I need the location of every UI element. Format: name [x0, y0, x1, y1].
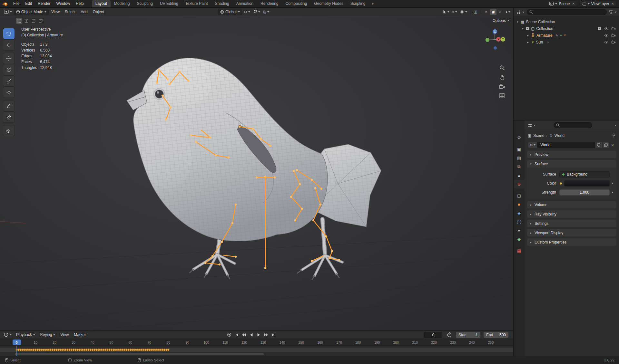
timeline-menu-item[interactable]: Marker: [71, 331, 88, 339]
hide-eye-icon[interactable]: [604, 41, 609, 44]
viewport-menu-item[interactable]: View: [49, 8, 62, 16]
xray-toggle-button[interactable]: ◫: [472, 9, 479, 15]
menubar-item[interactable]: Window: [53, 0, 73, 7]
viewport-canvas[interactable]: Options User Perspective (0) Collection …: [0, 16, 513, 330]
breadcrumb-scene[interactable]: Scene: [533, 133, 544, 138]
gizmos-toggle-button[interactable]: ⌖: [451, 9, 458, 15]
hide-eye-icon[interactable]: [604, 34, 609, 37]
axis-z-neg-ball[interactable]: [494, 46, 497, 50]
frame-end-field[interactable]: End 500: [484, 332, 508, 338]
add-cube-tool[interactable]: [3, 125, 15, 136]
animate-dot-icon[interactable]: [612, 192, 613, 193]
properties-tab[interactable]: ⧉: [514, 162, 525, 171]
transform-tool[interactable]: [3, 87, 15, 98]
expand-arrow-icon[interactable]: ▾: [521, 27, 524, 30]
timeline-scrollbar[interactable]: [15, 353, 264, 355]
outliner-row-armature[interactable]: ▸ Armature ↳ ✦ ▼: [514, 32, 619, 39]
select-mode-invert-button[interactable]: [37, 18, 44, 24]
surface-panel-header[interactable]: ▾ Surface: [527, 160, 616, 168]
transform-orientation-selector[interactable]: Global: [218, 9, 242, 15]
scale-tool[interactable]: [3, 76, 15, 86]
expand-arrow-icon[interactable]: ▸: [526, 41, 529, 44]
select-mode-new-button[interactable]: [16, 18, 22, 24]
bird-model[interactable]: [127, 58, 381, 280]
surface-shader-field[interactable]: Background: [559, 171, 610, 177]
workspace-tab[interactable]: Sculpting: [133, 0, 156, 7]
shading-rendered-button[interactable]: ◑: [504, 9, 511, 15]
properties-tab[interactable]: ⚙: [514, 133, 525, 142]
timeline-menu-item[interactable]: Playback: [14, 331, 38, 339]
menubar-item[interactable]: File: [10, 0, 22, 7]
previous-keyframe-button[interactable]: [241, 331, 247, 338]
disable-render-camera-icon[interactable]: [611, 40, 616, 44]
workspace-tab[interactable]: Animation: [233, 0, 257, 7]
workspace-tab[interactable]: Modeling: [111, 0, 133, 7]
timeline-ruler[interactable]: 0102030405060708090100110120130140150160…: [0, 339, 513, 346]
timeline-editor-type-button[interactable]: [2, 331, 14, 338]
properties-tab[interactable]: ▤: [514, 154, 525, 162]
chevron-down-icon[interactable]: [615, 12, 617, 13]
viewport-menu-item[interactable]: Add: [78, 8, 90, 16]
new-copy-button[interactable]: [602, 142, 609, 148]
add-workspace-button[interactable]: +: [369, 2, 377, 6]
world-name-field[interactable]: World: [537, 142, 595, 148]
workspace-tab[interactable]: Scripting: [347, 0, 369, 7]
properties-panel-header[interactable]: ▸ Viewport Display: [527, 229, 616, 236]
cursor-tool[interactable]: [3, 40, 15, 50]
breadcrumb-world[interactable]: World: [555, 133, 565, 138]
measure-tool[interactable]: [3, 112, 15, 122]
properties-editor-type-button[interactable]: [527, 122, 536, 129]
pivot-point-button[interactable]: ⊙: [243, 9, 251, 15]
auto-keying-record-button[interactable]: [226, 331, 232, 338]
workspace-tab[interactable]: Compositing: [282, 0, 310, 7]
disable-render-camera-icon[interactable]: [611, 34, 616, 37]
snap-toggle-button[interactable]: [252, 9, 261, 15]
playhead-line[interactable]: [16, 346, 17, 356]
jump-to-start-button[interactable]: [233, 331, 240, 338]
chevron-down-icon[interactable]: [614, 125, 616, 126]
properties-tab[interactable]: ■: [514, 200, 525, 209]
box-select-tool[interactable]: [3, 28, 15, 39]
pin-icon[interactable]: [612, 133, 616, 138]
properties-panel-header[interactable]: ▸ Ray Visibility: [527, 210, 616, 218]
shading-wireframe-button[interactable]: ○: [483, 9, 489, 15]
world-color-swatch[interactable]: [564, 180, 610, 187]
jump-to-end-button[interactable]: [270, 331, 277, 338]
preview-panel-header[interactable]: ▸ Preview: [527, 151, 616, 158]
select-mode-subtract-button[interactable]: [30, 18, 36, 24]
browse-world-button[interactable]: ⊕: [528, 142, 537, 148]
auto-keyframe-icon[interactable]: [447, 332, 452, 337]
rotate-tool[interactable]: [3, 64, 15, 75]
unlink-world-button[interactable]: ✕: [609, 142, 616, 148]
properties-search-input[interactable]: [554, 122, 592, 128]
editor-type-button[interactable]: [2, 9, 14, 15]
move-tool[interactable]: [3, 53, 15, 64]
overlays-toggle-button[interactable]: [459, 9, 468, 15]
timeline-menu-item[interactable]: Keying: [38, 331, 58, 339]
properties-tab[interactable]: ◈: [514, 209, 525, 217]
next-keyframe-button[interactable]: [263, 331, 270, 338]
pan-hand-icon[interactable]: [499, 75, 505, 80]
properties-tab[interactable]: ◆: [514, 235, 525, 244]
properties-panel-header[interactable]: ▸ Custom Properties: [527, 238, 616, 246]
blender-logo-icon[interactable]: [0, 2, 10, 6]
hide-eye-icon[interactable]: [604, 27, 609, 30]
viewport-menu-item[interactable]: Select: [62, 8, 78, 16]
annotate-tool[interactable]: [3, 101, 15, 111]
play-reverse-button[interactable]: [248, 331, 255, 338]
menubar-item[interactable]: Help: [73, 0, 87, 7]
strength-slider[interactable]: 1.000: [559, 189, 610, 196]
options-dropdown[interactable]: Options: [493, 18, 509, 23]
properties-panel-header[interactable]: ▸ Settings: [527, 220, 616, 227]
outliner-search-input[interactable]: [527, 9, 607, 15]
properties-tab[interactable]: ▦: [514, 246, 525, 255]
shading-material-button[interactable]: ◐: [497, 9, 504, 15]
workspace-tab[interactable]: Shading: [211, 0, 233, 7]
properties-tab[interactable]: ◯: [514, 217, 525, 226]
workspace-tab[interactable]: Rendering: [257, 0, 282, 7]
current-frame-field[interactable]: 0: [424, 332, 442, 338]
zoom-icon[interactable]: [499, 65, 505, 71]
properties-tab[interactable]: ▢: [514, 191, 525, 200]
axis-y-neg-ball[interactable]: [486, 38, 489, 42]
shading-solid-button[interactable]: ◉: [490, 9, 496, 15]
